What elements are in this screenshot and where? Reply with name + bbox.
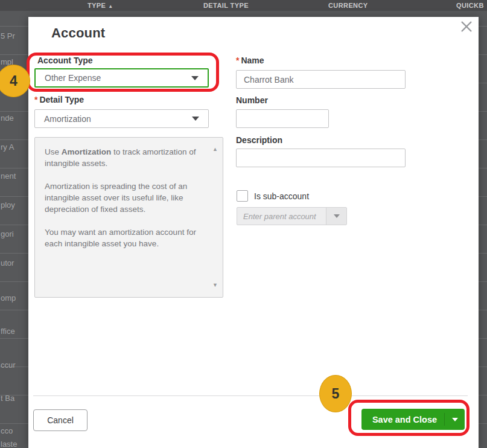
description-label: Description xyxy=(236,135,282,145)
number-label: Number xyxy=(236,95,268,105)
sort-asc-icon: ▲ xyxy=(108,4,113,9)
column-header-currency[interactable]: CURRENCY xyxy=(328,2,368,9)
detail-type-label: *Detail Type xyxy=(34,95,84,104)
detail-type-value: Amortization xyxy=(35,114,192,124)
background-row-fragment: ry A xyxy=(1,142,28,152)
background-row-fragment: ploy xyxy=(1,200,28,210)
step-badge-5: 5 xyxy=(319,375,352,412)
scroll-down-icon[interactable]: ▼ xyxy=(212,280,218,291)
name-label: *Name xyxy=(236,56,264,65)
info-paragraph-2: Amortization is spreading the cost of an… xyxy=(45,181,205,215)
background-row-fragment: t Ba xyxy=(1,394,28,403)
background-row-fragment: nent xyxy=(1,171,28,181)
background-row-fragment: omp xyxy=(1,293,28,302)
chevron-down-icon xyxy=(452,418,458,421)
column-header-detail-type[interactable]: DETAIL TYPE xyxy=(203,2,249,9)
background-row-fragment: cco xyxy=(1,426,28,435)
close-icon[interactable] xyxy=(458,18,475,35)
info-paragraph-3: You may want an amortization account for… xyxy=(45,226,205,249)
save-and-close-button[interactable]: Save and Close xyxy=(361,409,465,430)
modal-title: Account xyxy=(51,25,105,41)
name-input[interactable] xyxy=(236,70,406,89)
background-row-fragment: 5 Pr xyxy=(1,31,28,40)
account-type-value: Other Expense xyxy=(36,73,191,83)
number-input[interactable] xyxy=(236,109,329,128)
parent-account-dropdown: Enter parent account xyxy=(237,207,347,225)
account-type-label: Account Type xyxy=(37,56,93,65)
background-row-fragment: gori xyxy=(1,229,28,238)
cancel-button[interactable]: Cancel xyxy=(33,409,88,431)
column-header-type[interactable]: TYPE▲ xyxy=(88,2,113,9)
background-table-right-strip xyxy=(479,11,487,448)
save-dropdown-toggle[interactable] xyxy=(444,413,465,426)
background-row-fragment: ffice xyxy=(1,327,28,336)
footer-divider xyxy=(33,395,468,396)
required-asterisk: * xyxy=(34,95,37,104)
background-row-fragment: nde xyxy=(1,114,28,123)
background-row-fragment: ccur xyxy=(1,360,28,370)
sub-account-label: Is sub-account xyxy=(254,191,309,201)
description-input[interactable] xyxy=(236,149,406,167)
detail-type-dropdown[interactable]: Amortization xyxy=(34,109,209,128)
chevron-down-icon xyxy=(326,208,346,225)
chevron-down-icon xyxy=(192,117,199,121)
required-asterisk: * xyxy=(236,56,239,65)
scroll-up-icon[interactable]: ▲ xyxy=(212,144,218,155)
column-header-quickbooks[interactable]: QUICKB xyxy=(456,2,484,9)
info-paragraph-1: Use Amortization to track amortization o… xyxy=(45,146,205,169)
detail-type-description-box: Use Amortization to track amortization o… xyxy=(34,137,223,298)
save-and-close-label: Save and Close xyxy=(361,415,444,424)
account-modal: Account Account Type Other Expense *Deta… xyxy=(28,17,479,448)
background-row-fragment: utor xyxy=(1,258,28,267)
chevron-down-icon xyxy=(191,76,199,80)
sub-account-checkbox[interactable] xyxy=(237,190,248,202)
background-row-fragment: laste xyxy=(1,440,28,448)
parent-account-placeholder: Enter parent account xyxy=(237,208,326,225)
table-header-bar: TYPE▲ DETAIL TYPE CURRENCY QUICKB xyxy=(0,0,487,11)
account-type-dropdown[interactable]: Other Expense xyxy=(34,68,209,88)
